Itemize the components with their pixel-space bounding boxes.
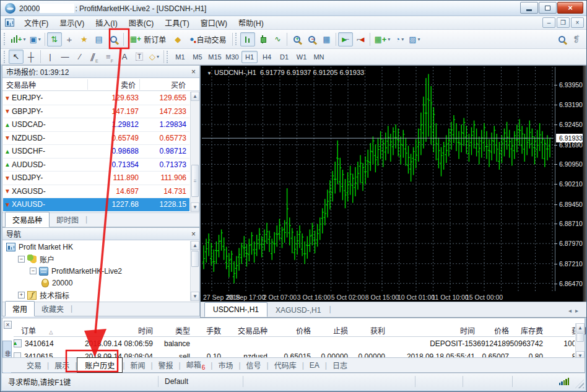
terminal-close-icon[interactable]: × bbox=[4, 321, 12, 329]
navigator-scrollbar[interactable]: ▲ ▼ bbox=[190, 241, 199, 301]
text-label-tool-button[interactable]: T bbox=[132, 50, 147, 64]
scroll-down-icon[interactable]: ▼ bbox=[191, 292, 199, 301]
terminal-column-header[interactable]: 时间 bbox=[390, 325, 480, 336]
line-chart-button[interactable]: ∿ bbox=[270, 32, 285, 46]
terminal-column-header[interactable]: 价格 bbox=[480, 325, 514, 336]
timeframe-button-m15[interactable]: M15 bbox=[207, 51, 223, 63]
timeframe-button-h1[interactable]: H1 bbox=[241, 51, 258, 63]
indicators-button[interactable]: ▦+▾ bbox=[372, 32, 392, 46]
market-watch-toggle-button[interactable]: ⇅ bbox=[47, 32, 62, 46]
horizontal-line-tool-button[interactable]: — bbox=[58, 50, 72, 64]
metaeditor-button[interactable]: ◆ bbox=[170, 32, 185, 46]
price-axis[interactable]: 6.939506.931906.924506.916906.909506.902… bbox=[555, 67, 583, 291]
resize-grip[interactable] bbox=[575, 380, 584, 388]
fibonacci-tool-button[interactable]: ≡F bbox=[102, 50, 117, 64]
market-watch-header[interactable]: 交易品种 卖价 买价 bbox=[2, 78, 199, 91]
market-watch-close-icon[interactable]: × bbox=[191, 68, 196, 76]
market-watch-title[interactable]: 市场报价: 01:39:12 × bbox=[2, 66, 199, 78]
navigator-title[interactable]: 导航 × bbox=[2, 228, 199, 240]
tab-common[interactable]: 常用 bbox=[5, 301, 35, 316]
tile-windows-button[interactable]: ▦ bbox=[319, 32, 334, 46]
shapes-tool-button[interactable]: ◇▾ bbox=[147, 50, 162, 64]
tab-favorites[interactable]: 收藏夹 bbox=[35, 302, 71, 316]
terminal-column-header[interactable]: 价格 bbox=[272, 325, 316, 336]
terminal-column-header[interactable]: 类型 bbox=[158, 325, 195, 336]
tree-item-技术指标[interactable]: +ƒ技术指标 bbox=[4, 289, 189, 301]
cursor-tool-button[interactable]: ↖ bbox=[9, 50, 24, 64]
market-watch-scrollbar[interactable]: ▲ ≡ ▼ bbox=[190, 92, 199, 212]
new-order-button[interactable]: ▦+新订单 bbox=[126, 32, 170, 46]
chart-dropdown-icon[interactable]: ▼ bbox=[207, 71, 212, 76]
title-bar[interactable]: 20000: ProfitMarketHK-Live2 - [USDCNH-,H… bbox=[1, 1, 586, 16]
scroll-up-icon[interactable]: ▲ bbox=[191, 92, 199, 101]
market-watch-row-nzdusd[interactable]: ▼NZDUSD-0.657490.65773 bbox=[3, 132, 189, 146]
tab-tick-chart[interactable]: 即时图 bbox=[50, 212, 85, 227]
tree-item-profitmarkethk-live2[interactable]: −ProfitMarketHK-Live2 bbox=[4, 265, 189, 277]
vertical-line-tool-button[interactable]: | bbox=[43, 50, 58, 64]
terminal-scrollbar[interactable]: ▲ ▼ bbox=[575, 323, 585, 360]
auto-scroll-button[interactable]: ▶⌐ bbox=[338, 32, 353, 46]
navigator-close-icon[interactable]: × bbox=[191, 230, 196, 238]
close-button[interactable]: × bbox=[557, 2, 583, 14]
chart-shift-button[interactable]: ⌐◀ bbox=[353, 32, 368, 46]
terminal-column-header[interactable]: 手数 bbox=[195, 325, 226, 336]
market-watch-row-xagusd[interactable]: ▼XAGUSD-14.69714.731 bbox=[3, 185, 189, 199]
market-watch-row-gbpjpy[interactable]: ▼GBPJPY-147.197147.233 bbox=[3, 105, 189, 119]
terminal-tab-0[interactable]: 交易 bbox=[21, 358, 47, 372]
terminal-tab-7[interactable]: 信号 bbox=[241, 358, 267, 372]
market-watch-row-xauusd[interactable]: ▼XAUUSD-1227.681228.15 bbox=[3, 198, 189, 212]
text-tool-button[interactable]: A bbox=[117, 50, 132, 64]
child-restore-button[interactable]: ❒ bbox=[557, 17, 570, 28]
tab-scroll-left-icon[interactable]: ◂ bbox=[568, 307, 575, 314]
terminal-tab-1[interactable]: 展示 bbox=[49, 358, 75, 372]
terminal-column-header[interactable]: 止损 bbox=[316, 325, 353, 336]
terminal-column-header[interactable]: 时间 bbox=[80, 325, 158, 336]
scroll-up-icon[interactable]: ▲ bbox=[191, 241, 199, 250]
crosshair-tool-button[interactable]: ┼ bbox=[24, 50, 38, 64]
child-minimize-button[interactable]: – bbox=[542, 17, 555, 28]
child-close-button[interactable]: × bbox=[571, 17, 584, 28]
terminal-tab-2[interactable]: 账户历史 bbox=[77, 357, 123, 373]
menu-item[interactable]: 工具(T) bbox=[159, 16, 194, 29]
menu-item[interactable]: 文件(F) bbox=[19, 16, 54, 29]
timeframe-button-mn[interactable]: MN bbox=[311, 51, 327, 63]
data-window-button[interactable]: + bbox=[62, 32, 77, 46]
timeframe-button-m1[interactable]: M1 bbox=[172, 51, 188, 63]
navigator-toggle-button[interactable]: ★ bbox=[77, 32, 92, 46]
menu-item[interactable]: 插入(I) bbox=[90, 16, 123, 29]
tree-item-20000[interactable]: 20000 bbox=[4, 277, 189, 290]
new-chart-button[interactable]: +▾ bbox=[9, 32, 27, 46]
terminal-column-header[interactable]: 交易品种 bbox=[226, 325, 272, 336]
market-watch-row-usdjpy[interactable]: ▼USDJPY-111.890111.906 bbox=[3, 172, 189, 185]
terminal-tab-5[interactable]: 邮箱6 bbox=[181, 357, 211, 373]
timeframe-button-m30[interactable]: M30 bbox=[224, 51, 240, 63]
chart-window[interactable]: ▼USDCNH-,H1 6.91779 6.91937 6.91205 6.91… bbox=[200, 65, 587, 318]
terminal-tab-4[interactable]: 警报 bbox=[153, 358, 179, 372]
chart-tab-xagusd[interactable]: XAGUSD-,H1 bbox=[267, 303, 329, 317]
tree-item-profit-market-hk[interactable]: Profit Market HK bbox=[4, 241, 189, 253]
market-watch-row-eurjpy[interactable]: ▼EURJPY-129.633129.655 bbox=[3, 92, 189, 105]
bar-chart-button[interactable] bbox=[240, 32, 255, 46]
menu-item[interactable]: 显示(V) bbox=[54, 16, 90, 29]
minimize-button[interactable] bbox=[520, 2, 538, 14]
tab-scroll-right-icon[interactable]: ▸ bbox=[575, 307, 582, 314]
terminal-column-header[interactable]: 订单 △ bbox=[14, 325, 80, 336]
terminal-header[interactable]: 订单 △时间类型手数交易品种价格止损获利时间价格库存费获利 bbox=[14, 324, 575, 337]
zoom-out-button[interactable]: − bbox=[304, 32, 319, 46]
channel-tool-button[interactable]: ∥E bbox=[87, 50, 102, 64]
terminal-tab-3[interactable]: 新闻 bbox=[124, 358, 150, 372]
status-profile[interactable]: Default bbox=[159, 376, 243, 387]
timeframe-button-w1[interactable]: W1 bbox=[294, 51, 310, 63]
timeframe-button-d1[interactable]: D1 bbox=[276, 51, 292, 63]
templates-button[interactable]: ▨▾ bbox=[407, 32, 422, 46]
candlestick-chart-button[interactable] bbox=[255, 32, 270, 46]
terminal-tab-10[interactable]: 日志 bbox=[327, 358, 353, 372]
periods-button[interactable]: ◔▾ bbox=[392, 32, 407, 46]
market-watch-row-usdchf[interactable]: ▲USDCHF-0.986880.98712 bbox=[3, 145, 189, 159]
menu-item[interactable]: 帮助(H) bbox=[233, 16, 269, 29]
autotrading-button[interactable]: ●●自动交易 bbox=[185, 32, 230, 46]
profiles-button[interactable]: ▣▾ bbox=[27, 32, 42, 46]
menu-item[interactable]: 窗口(W) bbox=[195, 16, 233, 29]
menu-item[interactable]: 图表(C) bbox=[123, 16, 160, 29]
strategy-tester-button[interactable] bbox=[107, 32, 121, 46]
